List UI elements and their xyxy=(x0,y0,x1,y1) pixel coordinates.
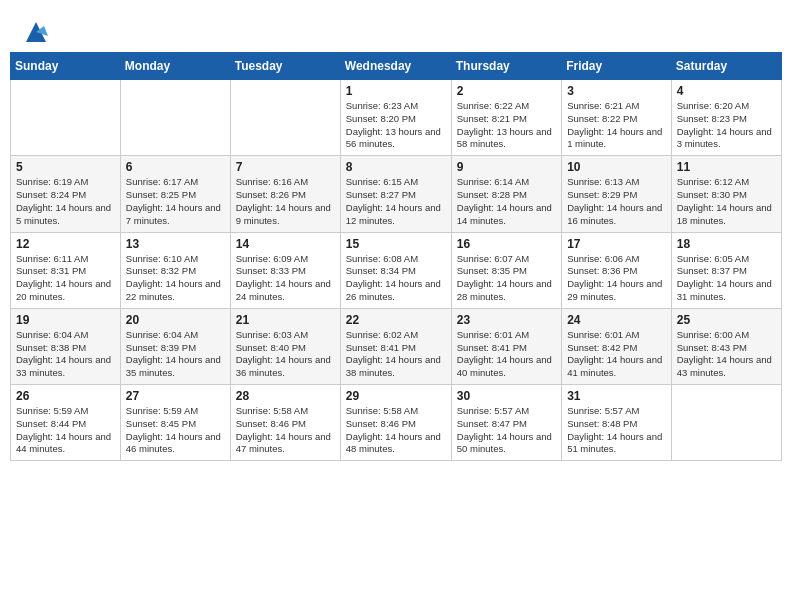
calendar-cell: 19Sunrise: 6:04 AMSunset: 8:38 PMDayligh… xyxy=(11,308,121,384)
weekday-header-monday: Monday xyxy=(120,53,230,80)
calendar-cell: 22Sunrise: 6:02 AMSunset: 8:41 PMDayligh… xyxy=(340,308,451,384)
calendar-cell xyxy=(230,80,340,156)
day-info: Sunrise: 5:57 AMSunset: 8:48 PMDaylight:… xyxy=(567,405,666,456)
calendar-cell: 17Sunrise: 6:06 AMSunset: 8:36 PMDayligh… xyxy=(562,232,672,308)
day-number: 5 xyxy=(16,160,115,174)
logo xyxy=(20,18,50,46)
day-number: 11 xyxy=(677,160,776,174)
weekday-header-friday: Friday xyxy=(562,53,672,80)
calendar-cell: 20Sunrise: 6:04 AMSunset: 8:39 PMDayligh… xyxy=(120,308,230,384)
day-info: Sunrise: 6:13 AMSunset: 8:29 PMDaylight:… xyxy=(567,176,666,227)
calendar-cell xyxy=(120,80,230,156)
day-info: Sunrise: 6:23 AMSunset: 8:20 PMDaylight:… xyxy=(346,100,446,151)
weekday-header-row: SundayMondayTuesdayWednesdayThursdayFrid… xyxy=(11,53,782,80)
weekday-header-tuesday: Tuesday xyxy=(230,53,340,80)
weekday-header-wednesday: Wednesday xyxy=(340,53,451,80)
calendar-header: SundayMondayTuesdayWednesdayThursdayFrid… xyxy=(11,53,782,80)
day-number: 2 xyxy=(457,84,556,98)
day-info: Sunrise: 6:09 AMSunset: 8:33 PMDaylight:… xyxy=(236,253,335,304)
day-info: Sunrise: 5:58 AMSunset: 8:46 PMDaylight:… xyxy=(346,405,446,456)
calendar-cell: 23Sunrise: 6:01 AMSunset: 8:41 PMDayligh… xyxy=(451,308,561,384)
day-info: Sunrise: 6:02 AMSunset: 8:41 PMDaylight:… xyxy=(346,329,446,380)
day-info: Sunrise: 6:08 AMSunset: 8:34 PMDaylight:… xyxy=(346,253,446,304)
day-number: 4 xyxy=(677,84,776,98)
day-info: Sunrise: 5:59 AMSunset: 8:45 PMDaylight:… xyxy=(126,405,225,456)
day-info: Sunrise: 6:14 AMSunset: 8:28 PMDaylight:… xyxy=(457,176,556,227)
calendar-body: 1Sunrise: 6:23 AMSunset: 8:20 PMDaylight… xyxy=(11,80,782,461)
calendar-cell: 21Sunrise: 6:03 AMSunset: 8:40 PMDayligh… xyxy=(230,308,340,384)
calendar-cell: 25Sunrise: 6:00 AMSunset: 8:43 PMDayligh… xyxy=(671,308,781,384)
day-info: Sunrise: 6:20 AMSunset: 8:23 PMDaylight:… xyxy=(677,100,776,151)
calendar-cell: 4Sunrise: 6:20 AMSunset: 8:23 PMDaylight… xyxy=(671,80,781,156)
calendar-cell: 13Sunrise: 6:10 AMSunset: 8:32 PMDayligh… xyxy=(120,232,230,308)
day-info: Sunrise: 6:19 AMSunset: 8:24 PMDaylight:… xyxy=(16,176,115,227)
day-number: 31 xyxy=(567,389,666,403)
day-info: Sunrise: 5:59 AMSunset: 8:44 PMDaylight:… xyxy=(16,405,115,456)
calendar-cell: 11Sunrise: 6:12 AMSunset: 8:30 PMDayligh… xyxy=(671,156,781,232)
logo-icon xyxy=(22,18,50,46)
calendar-cell: 2Sunrise: 6:22 AMSunset: 8:21 PMDaylight… xyxy=(451,80,561,156)
day-number: 17 xyxy=(567,237,666,251)
calendar-cell: 31Sunrise: 5:57 AMSunset: 8:48 PMDayligh… xyxy=(562,385,672,461)
day-number: 10 xyxy=(567,160,666,174)
day-number: 28 xyxy=(236,389,335,403)
calendar-cell: 7Sunrise: 6:16 AMSunset: 8:26 PMDaylight… xyxy=(230,156,340,232)
day-info: Sunrise: 6:01 AMSunset: 8:41 PMDaylight:… xyxy=(457,329,556,380)
calendar-cell: 18Sunrise: 6:05 AMSunset: 8:37 PMDayligh… xyxy=(671,232,781,308)
day-info: Sunrise: 6:05 AMSunset: 8:37 PMDaylight:… xyxy=(677,253,776,304)
calendar-cell: 26Sunrise: 5:59 AMSunset: 8:44 PMDayligh… xyxy=(11,385,121,461)
day-number: 19 xyxy=(16,313,115,327)
day-number: 16 xyxy=(457,237,556,251)
calendar-cell: 5Sunrise: 6:19 AMSunset: 8:24 PMDaylight… xyxy=(11,156,121,232)
weekday-header-thursday: Thursday xyxy=(451,53,561,80)
calendar-cell: 14Sunrise: 6:09 AMSunset: 8:33 PMDayligh… xyxy=(230,232,340,308)
day-number: 27 xyxy=(126,389,225,403)
weekday-header-sunday: Sunday xyxy=(11,53,121,80)
day-info: Sunrise: 6:07 AMSunset: 8:35 PMDaylight:… xyxy=(457,253,556,304)
day-number: 14 xyxy=(236,237,335,251)
day-info: Sunrise: 5:57 AMSunset: 8:47 PMDaylight:… xyxy=(457,405,556,456)
calendar-cell: 15Sunrise: 6:08 AMSunset: 8:34 PMDayligh… xyxy=(340,232,451,308)
day-number: 1 xyxy=(346,84,446,98)
day-number: 12 xyxy=(16,237,115,251)
day-number: 15 xyxy=(346,237,446,251)
day-info: Sunrise: 6:15 AMSunset: 8:27 PMDaylight:… xyxy=(346,176,446,227)
calendar-cell: 29Sunrise: 5:58 AMSunset: 8:46 PMDayligh… xyxy=(340,385,451,461)
day-number: 20 xyxy=(126,313,225,327)
calendar-cell: 16Sunrise: 6:07 AMSunset: 8:35 PMDayligh… xyxy=(451,232,561,308)
calendar-cell: 28Sunrise: 5:58 AMSunset: 8:46 PMDayligh… xyxy=(230,385,340,461)
day-info: Sunrise: 6:10 AMSunset: 8:32 PMDaylight:… xyxy=(126,253,225,304)
day-number: 18 xyxy=(677,237,776,251)
day-info: Sunrise: 5:58 AMSunset: 8:46 PMDaylight:… xyxy=(236,405,335,456)
day-number: 29 xyxy=(346,389,446,403)
day-info: Sunrise: 6:04 AMSunset: 8:38 PMDaylight:… xyxy=(16,329,115,380)
day-info: Sunrise: 6:00 AMSunset: 8:43 PMDaylight:… xyxy=(677,329,776,380)
day-number: 22 xyxy=(346,313,446,327)
day-number: 8 xyxy=(346,160,446,174)
day-number: 13 xyxy=(126,237,225,251)
calendar-cell: 24Sunrise: 6:01 AMSunset: 8:42 PMDayligh… xyxy=(562,308,672,384)
calendar-cell xyxy=(11,80,121,156)
calendar-cell: 27Sunrise: 5:59 AMSunset: 8:45 PMDayligh… xyxy=(120,385,230,461)
day-number: 9 xyxy=(457,160,556,174)
day-number: 30 xyxy=(457,389,556,403)
calendar-cell: 1Sunrise: 6:23 AMSunset: 8:20 PMDaylight… xyxy=(340,80,451,156)
day-info: Sunrise: 6:03 AMSunset: 8:40 PMDaylight:… xyxy=(236,329,335,380)
day-info: Sunrise: 6:04 AMSunset: 8:39 PMDaylight:… xyxy=(126,329,225,380)
day-info: Sunrise: 6:01 AMSunset: 8:42 PMDaylight:… xyxy=(567,329,666,380)
calendar-cell: 10Sunrise: 6:13 AMSunset: 8:29 PMDayligh… xyxy=(562,156,672,232)
calendar-cell: 30Sunrise: 5:57 AMSunset: 8:47 PMDayligh… xyxy=(451,385,561,461)
day-number: 23 xyxy=(457,313,556,327)
page-header xyxy=(10,10,782,52)
calendar-cell: 3Sunrise: 6:21 AMSunset: 8:22 PMDaylight… xyxy=(562,80,672,156)
day-info: Sunrise: 6:21 AMSunset: 8:22 PMDaylight:… xyxy=(567,100,666,151)
day-info: Sunrise: 6:16 AMSunset: 8:26 PMDaylight:… xyxy=(236,176,335,227)
day-number: 7 xyxy=(236,160,335,174)
day-info: Sunrise: 6:11 AMSunset: 8:31 PMDaylight:… xyxy=(16,253,115,304)
day-number: 25 xyxy=(677,313,776,327)
day-info: Sunrise: 6:17 AMSunset: 8:25 PMDaylight:… xyxy=(126,176,225,227)
calendar-table: SundayMondayTuesdayWednesdayThursdayFrid… xyxy=(10,52,782,461)
week-row-3: 12Sunrise: 6:11 AMSunset: 8:31 PMDayligh… xyxy=(11,232,782,308)
day-info: Sunrise: 6:22 AMSunset: 8:21 PMDaylight:… xyxy=(457,100,556,151)
calendar-cell: 6Sunrise: 6:17 AMSunset: 8:25 PMDaylight… xyxy=(120,156,230,232)
